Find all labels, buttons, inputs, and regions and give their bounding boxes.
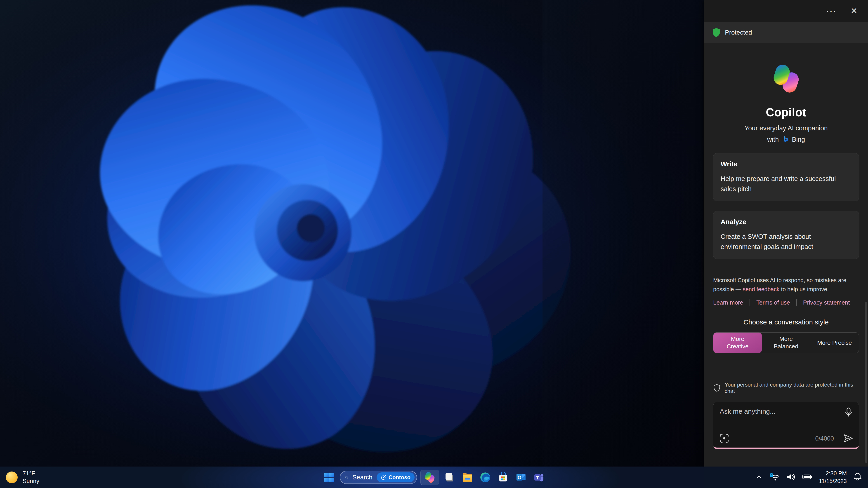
suggestion-card-write[interactable]: Write Help me prepare and write a succes… <box>713 153 859 201</box>
close-button[interactable]: ✕ <box>848 4 860 17</box>
notifications-button[interactable] <box>854 473 862 482</box>
card-body: Help me prepare and write a successful s… <box>721 174 851 194</box>
style-option-more-creative[interactable]: More Creative <box>713 332 762 353</box>
desktop-wallpaper <box>0 0 704 488</box>
copilot-hero: Copilot Your everyday AI companion with … <box>713 63 859 143</box>
tray-date: 11/15/2023 <box>819 477 847 485</box>
task-view-icon <box>444 472 455 483</box>
tray-time: 2:30 PM <box>819 470 847 477</box>
network-button[interactable] <box>769 473 780 482</box>
contoso-target-icon <box>381 475 386 480</box>
notification-bell-icon <box>854 473 862 482</box>
visual-search-icon <box>719 433 729 443</box>
contoso-badge[interactable]: Contoso <box>377 473 414 482</box>
suggestion-card-analyze[interactable]: Analyze Create a SWOT analysis about env… <box>713 211 859 259</box>
learn-more-link[interactable]: Learn more <box>713 299 743 306</box>
search-label: Search <box>352 474 373 481</box>
outlook-icon: O <box>516 472 526 483</box>
divider <box>749 299 750 306</box>
terms-of-use-link[interactable]: Terms of use <box>756 299 790 306</box>
privacy-statement-link[interactable]: Privacy statement <box>803 299 850 306</box>
task-view-button[interactable] <box>442 470 457 485</box>
battery-icon <box>802 474 812 480</box>
bing-icon <box>781 135 789 143</box>
bloom-wallpaper-art <box>0 0 704 488</box>
contoso-label: Contoso <box>389 474 410 481</box>
send-button[interactable] <box>843 433 853 444</box>
windows-start-icon <box>324 472 334 483</box>
taskbar-copilot-button[interactable] <box>421 470 439 485</box>
sidebar-scrollbar[interactable] <box>865 302 867 463</box>
search-box[interactable]: Search Contoso <box>340 471 417 484</box>
protected-banner: Protected <box>704 22 868 43</box>
divider <box>796 299 797 306</box>
more-options-icon: ⋯ <box>826 6 837 16</box>
card-body: Create a SWOT analysis about environment… <box>721 232 851 252</box>
copilot-subtitle: Your everyday AI companion <box>713 125 859 132</box>
style-option-more-balanced[interactable]: More Balanced <box>762 332 810 353</box>
edge-button[interactable] <box>478 470 493 485</box>
chat-composer: 0/4000 <box>713 402 859 449</box>
file-explorer-button[interactable] <box>460 470 475 485</box>
speaker-icon <box>786 473 796 481</box>
composer-bottom-row: 0/4000 <box>719 433 853 444</box>
copilot-title: Copilot <box>713 106 859 119</box>
microsoft-store-icon <box>498 472 508 483</box>
disclaimer-text-after: to help us improve. <box>779 286 829 292</box>
close-icon: ✕ <box>850 7 857 15</box>
conversation-style-heading: Choose a conversation style <box>713 318 859 326</box>
hidden-icons-button[interactable] <box>755 474 763 481</box>
shield-outline-icon <box>713 384 721 392</box>
microsoft-store-button[interactable] <box>496 470 510 485</box>
teams-icon: T <box>533 472 544 483</box>
protected-label: Protected <box>725 29 752 36</box>
footer-links: Learn more Terms of use Privacy statemen… <box>713 299 859 306</box>
battery-button[interactable] <box>802 474 812 481</box>
file-explorer-icon <box>462 472 473 483</box>
svg-text:T: T <box>536 475 539 480</box>
more-options-button[interactable]: ⋯ <box>825 4 838 17</box>
privacy-note-row: Your personal and company data are prote… <box>713 382 859 394</box>
protected-shield-icon <box>712 28 721 37</box>
copilot-taskbar-icon <box>424 471 436 483</box>
bing-label: Bing <box>792 136 805 143</box>
with-bing-row: with Bing <box>713 135 859 143</box>
card-title: Analyze <box>721 218 851 226</box>
start-button[interactable] <box>322 470 336 485</box>
ai-disclaimer: Microsoft Copilot uses AI to respond, so… <box>713 275 859 294</box>
wifi-shield-icon <box>769 473 780 481</box>
search-icon <box>345 474 348 481</box>
with-label: with <box>767 136 779 143</box>
style-option-more-precise[interactable]: More Precise <box>810 332 859 353</box>
send-icon <box>843 433 853 443</box>
copilot-logo-icon <box>771 63 802 94</box>
privacy-note: Your personal and company data are prote… <box>725 382 859 394</box>
microphone-icon <box>844 407 853 418</box>
outlook-button[interactable]: O <box>514 470 528 485</box>
taskbar: 71°F Sunny Search <box>0 466 868 488</box>
conversation-style-group: More Creative More Balanced More Precise <box>713 332 859 353</box>
visual-search-button[interactable] <box>719 433 729 444</box>
card-title: Write <box>721 160 851 168</box>
taskbar-center: Search Contoso <box>0 466 868 488</box>
system-tray: 2:30 PM 11/15/2023 <box>755 466 868 488</box>
character-counter: 0/4000 <box>815 435 834 442</box>
svg-text:O: O <box>518 475 521 480</box>
teams-button[interactable]: T <box>532 470 546 485</box>
send-feedback-link[interactable]: send feedback <box>743 286 780 292</box>
chevron-up-icon <box>755 474 763 480</box>
volume-button[interactable] <box>786 473 796 482</box>
edge-icon <box>480 472 491 483</box>
screen: ⋯ ✕ Protected <box>0 0 868 488</box>
microphone-button[interactable] <box>844 407 853 418</box>
copilot-sidebar: ⋯ ✕ Protected <box>704 0 868 466</box>
sidebar-titlebar: ⋯ ✕ <box>704 0 868 22</box>
clock[interactable]: 2:30 PM 11/15/2023 <box>819 470 847 485</box>
chat-input[interactable] <box>720 408 813 415</box>
